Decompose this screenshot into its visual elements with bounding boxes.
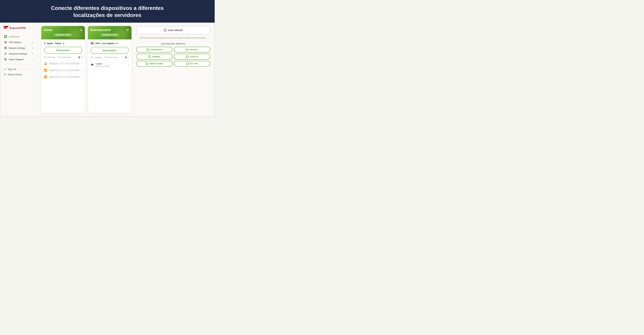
suggested-tag-no-vpn[interactable]: + NO VPN: [174, 61, 210, 66]
sidebar-nav: Dashboard VPN Options ▾: [0, 34, 37, 62]
add-group-button[interactable]: + ADD GROUP: [136, 26, 210, 34]
add-group-plus-icon: +: [164, 29, 167, 32]
network-settings-icon: [4, 46, 7, 50]
vpn-options-chevron: ▾: [32, 42, 33, 43]
gaming-label: GAMING: [152, 56, 160, 58]
laptop-name: Laptop: [96, 62, 102, 65]
sidebar-item-reboot-router[interactable]: ⟳ Reboot Router: [0, 72, 37, 77]
home-card-header: Home ⚙ CONNECTED: [41, 26, 85, 40]
entertainment-device-row-1[interactable]: 💻 Laptop ▾: [90, 60, 129, 69]
entertainment-disconnect-button[interactable]: Disconnect: [90, 47, 129, 54]
sidebar-logo: ExpressVPN: [0, 26, 37, 34]
suggested-groups-title: SUGGESTED GROUPS: [136, 43, 210, 45]
reboot-router-label: Reboot Router: [8, 73, 22, 76]
sidebar: ExpressVPN Dashboard: [0, 23, 37, 116]
vpn-options-label: VPN Options: [9, 41, 21, 44]
vpn-options-icon: [4, 41, 7, 44]
gaming-plus-icon: +: [148, 55, 151, 58]
laptop-icon: 💻: [90, 63, 94, 66]
entertainment-count: 1: [128, 56, 129, 58]
streaming-plus-icon: +: [146, 48, 149, 51]
entertainment-server-name: USA - Los Angeles - 2: [95, 42, 118, 44]
usa-flag-icon: 🇺🇸: [90, 42, 94, 45]
device-chevron-2[interactable]: ▾: [81, 69, 82, 71]
laptop-chevron[interactable]: ▾: [128, 64, 129, 66]
wifi-icon-2: 📶: [44, 75, 47, 78]
help-support-chevron: ▾: [32, 58, 33, 60]
svg-rect-2: [4, 35, 5, 36]
sidebar-item-vpn-options[interactable]: VPN Options ▾: [2, 40, 36, 45]
entertainment-clock-icon: 🕐: [90, 56, 93, 58]
home-devices-count: 💻 3: [78, 56, 82, 58]
entertainment-group-name: Entertainment: [90, 28, 111, 32]
expressvpn-logo-icon: [4, 26, 8, 30]
entertainment-last-seen: Last seen: [94, 56, 102, 58]
privacy-plus-icon: +: [186, 48, 188, 51]
suggested-tag-privacy[interactable]: + PRIVACY: [174, 47, 210, 52]
smart-home-label: SMART HOME: [149, 63, 163, 65]
advanced-settings-icon: [4, 52, 7, 55]
svg-rect-3: [6, 35, 7, 36]
header-banner: Conecte diferentes dispositivos a difere…: [0, 0, 215, 23]
entertainment-connected-badge: CONNECTED: [90, 33, 129, 36]
svg-point-7: [5, 42, 6, 42]
suggested-tag-streaming[interactable]: + STREAMING: [136, 47, 172, 52]
home-device-row-3[interactable]: 📶 ▾: [44, 74, 82, 80]
sidebar-divider: [3, 64, 34, 64]
no-vpn-label: NO VPN: [190, 63, 198, 65]
home-device-row-1[interactable]: 🔒 ▾: [44, 60, 82, 67]
svg-rect-0: [4, 26, 8, 27]
sidebar-item-dashboard[interactable]: Dashboard: [2, 34, 36, 40]
entertainment-devices-header: 🕐 Last seen ⇅ Device name 💻 1: [90, 56, 129, 58]
suggested-tag-smart-home[interactable]: + SMART HOME: [136, 61, 172, 66]
sidebar-item-advanced-settings[interactable]: Advanced Settings ▾: [2, 51, 36, 56]
home-device-icon: 💻: [78, 56, 80, 58]
entertainment-device-name-label: Device name: [107, 56, 118, 58]
advanced-settings-chevron: ▾: [32, 53, 33, 55]
wifi-icon-1: 📶: [44, 68, 47, 72]
suggested-groups-grid: + STREAMING + PRIVACY + GAMING + GUESTS …: [136, 47, 210, 66]
home-settings-icon[interactable]: ⚙: [80, 28, 82, 32]
right-panel: + ADD GROUP Sort your devices into group…: [134, 26, 210, 113]
device-name-blurred-2: [49, 69, 80, 71]
suggested-tag-gaming[interactable]: + GAMING: [136, 54, 172, 60]
sort-description: Sort your devices into groups and connec…: [136, 36, 210, 40]
sign-out-label: Sign Out: [8, 68, 16, 70]
header-title: Conecte diferentes dispositivos a difere…: [10, 5, 204, 18]
home-connected-text: CONNECTED: [54, 33, 72, 36]
entertainment-settings-icon[interactable]: ⚙: [126, 28, 129, 32]
home-card-body: Japan - Tokyo - 1 ··· Disconnect 🕐 Last …: [41, 40, 85, 82]
entertainment-server-location: 🇺🇸 USA - Los Angeles - 2 ···: [90, 42, 129, 45]
help-icon: [4, 58, 7, 61]
sidebar-item-help-support[interactable]: Help & Support ▾: [2, 56, 36, 62]
home-status-dot: [44, 42, 45, 44]
add-group-label: ADD GROUP: [168, 29, 183, 32]
home-device-name-label: Device name: [60, 56, 71, 58]
home-last-seen: Last seen: [48, 56, 56, 58]
streaming-label: STREAMING: [150, 48, 162, 51]
network-settings-chevron: ▾: [32, 47, 33, 49]
entertainment-more-button[interactable]: ···: [126, 42, 129, 45]
entertainment-devices-count: 💻 1: [125, 56, 129, 58]
svg-point-6: [4, 41, 6, 43]
home-device-row-2[interactable]: 📶 ▾: [44, 67, 82, 74]
smart-home-plus-icon: +: [146, 62, 148, 65]
suggested-tag-guests[interactable]: + GUESTS: [174, 54, 210, 60]
device-chevron-3[interactable]: ▾: [81, 76, 82, 78]
sidebar-item-sign-out[interactable]: ↪ Sign Out: [0, 66, 37, 72]
svg-rect-5: [6, 37, 7, 38]
home-disconnect-button[interactable]: Disconnect: [44, 47, 82, 54]
no-vpn-plus-icon: +: [186, 62, 189, 65]
device-chevron-1[interactable]: ▾: [81, 62, 82, 64]
home-count: 3: [81, 56, 82, 58]
home-server-location: Japan - Tokyo - 1 ···: [44, 42, 82, 45]
sidebar-bottom: ↪ Sign Out ⟳ Reboot Router: [0, 66, 37, 77]
home-connected-badge: CONNECTED: [44, 33, 82, 36]
sidebar-item-network-settings[interactable]: Network Settings ▾: [2, 45, 36, 51]
laptop-name-container: Laptop: [96, 62, 126, 67]
reboot-icon: ⟳: [4, 73, 6, 76]
home-more-button[interactable]: ···: [80, 42, 82, 45]
home-sort-icon: ⇅: [58, 56, 60, 58]
device-name-blurred-3: [49, 76, 80, 78]
lock-icon: 🔒: [44, 62, 47, 65]
